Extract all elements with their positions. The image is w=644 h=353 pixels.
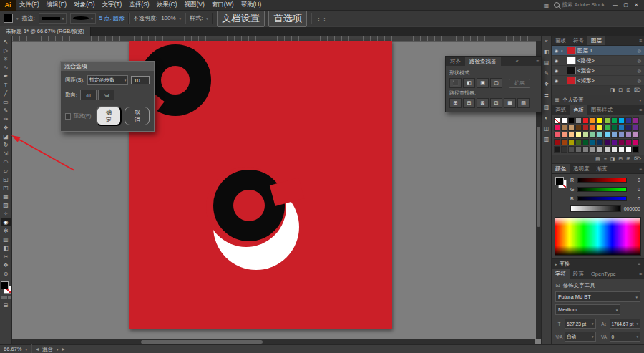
leading-field[interactable]: 1764.67 pt ▾ [610,319,641,329]
dialog-title[interactable]: 混合选项 [61,62,154,71]
color-swatch[interactable] [582,117,589,124]
color-panel-icon[interactable]: ◧ [544,49,550,55]
expand-button[interactable]: 扩展 [509,79,530,88]
layer-row[interactable]: ◉ <路径> ◎ [552,56,644,66]
color-swatch[interactable] [590,117,596,124]
color-swatch[interactable] [568,132,575,138]
panel-menu-icon[interactable]: ≡ [639,105,644,115]
pencil-tool[interactable]: ✑ [1,115,11,123]
color-swatch[interactable] [604,146,610,153]
minus-front-icon[interactable]: ◧ [463,78,475,88]
gradient-tool[interactable]: ▨ [1,200,11,209]
hand-tool[interactable]: ✥ [1,261,11,269]
type-tool[interactable]: T [1,80,11,89]
menu-item[interactable]: 窗口(W) [208,1,238,9]
layer-label[interactable]: 图层 1 [577,47,636,54]
color-swatch[interactable] [568,146,575,153]
panel-tab[interactable]: 颜色 [552,164,570,173]
artboard-tool[interactable]: ◧ [1,243,11,252]
hex-value[interactable]: 000000 [624,206,640,211]
color-swatch[interactable] [568,117,575,124]
visibility-eye-icon[interactable]: ◉ [553,48,560,53]
color-swatch[interactable] [618,146,625,153]
color-swatch[interactable] [582,139,589,145]
swatch-options-icon[interactable]: ◨ [610,156,615,162]
color-swatch[interactable] [618,117,625,124]
menu-item[interactable]: 编辑(E) [43,1,70,9]
mesh-tool[interactable]: ▦ [1,192,11,200]
align-icons[interactable]: ⋮⋮ [316,15,327,21]
new-sublayer-icon[interactable]: ⊟ [618,87,623,93]
grayscale-ramp[interactable] [570,205,621,212]
fill-dropdown-icon[interactable]: ▾ [16,16,19,21]
rotate-tool[interactable]: ↻ [1,140,11,149]
menu-item[interactable]: 视图(V) [181,1,208,9]
stroke-panel-icon[interactable]: 〓 [544,92,550,100]
panel-tab[interactable]: 渐变 [593,164,611,173]
color-swatch[interactable] [575,125,582,131]
close-button[interactable]: ✕ [631,2,642,8]
kerning-field[interactable]: 自动 ▾ [565,332,596,342]
lasso-tool[interactable]: ∿ [1,63,11,72]
stroke-weight-dropdown[interactable]: ▾ [39,13,67,24]
zoom-tool[interactable]: ⊕ [1,269,11,278]
color-swatch[interactable] [604,125,610,131]
cancel-button[interactable]: 取消 [125,107,150,125]
target-icon[interactable]: ◎ [638,58,643,63]
horizontal-scrollbar[interactable] [12,339,535,344]
column-graph-tool[interactable]: ▥ [1,235,11,243]
color-spectrum[interactable] [555,217,641,256]
screen-mode-button[interactable]: ⬓ [4,302,9,308]
opacity-dropdown-icon[interactable]: ▾ [180,16,182,21]
color-swatch[interactable] [582,146,589,153]
panel-menu-icon[interactable]: ≡ [534,59,541,64]
prev-arrow-icon[interactable]: ◂ [36,346,39,352]
width-tool[interactable]: ◠ [1,158,11,166]
panel-tab[interactable]: 色板 [570,105,587,115]
gradient-panel-icon[interactable]: ▨ [544,104,550,110]
color-swatch[interactable] [618,125,625,131]
layer-row[interactable]: ◉ ▾ 图层 1 ◎ [552,46,644,56]
panel-menu-icon[interactable]: ≡ [639,164,644,173]
color-swatch[interactable] [633,117,639,124]
magic-wand-tool[interactable]: ✳ [1,54,11,63]
color-swatch[interactable] [561,139,567,145]
unite-icon[interactable]: ⬛ [449,78,462,88]
color-swatch[interactable] [604,117,610,124]
symbols-panel-icon[interactable]: ❖ [544,81,549,87]
channel-slider[interactable] [577,178,627,183]
fill-swatch[interactable] [1,281,9,289]
align-to-path-button[interactable]: ∿ʅʃ [98,90,114,100]
color-swatch[interactable] [561,117,567,124]
color-swatch[interactable] [575,146,582,153]
brush-definition-dropdown[interactable]: ▾ [70,13,96,24]
intersect-icon[interactable]: ▣ [477,78,489,88]
color-swatch[interactable] [554,132,560,138]
outline-icon[interactable]: ▦ [504,98,516,108]
make-mask-icon[interactable]: ◨ [610,87,615,93]
document-setup-button[interactable]: 文档设置 [217,10,265,27]
shape-builder-tool[interactable]: ◱ [1,175,11,183]
draw-inside-icon[interactable] [8,296,11,299]
color-swatch[interactable] [618,132,625,138]
menu-item[interactable]: 文字(T) [98,1,125,9]
panel-tab[interactable]: 透明度 [570,164,593,173]
merge-icon[interactable]: ⊠ [477,98,489,108]
scale-tool[interactable]: ⇲ [1,149,11,158]
color-swatch[interactable] [597,125,603,131]
fill-color-swatch[interactable] [4,14,13,23]
blend-tool[interactable]: ◉ [1,218,11,226]
maximize-button[interactable]: ▢ [620,2,631,8]
pen-tool[interactable]: ✒ [1,72,11,80]
color-swatch[interactable] [625,132,632,138]
draw-behind-icon[interactable] [4,296,7,299]
perspective-grid-tool[interactable]: ◳ [1,183,11,192]
style-dropdown-icon[interactable]: ▾ [206,16,208,21]
color-swatch[interactable] [597,117,603,124]
delete-swatch-icon[interactable]: ⌦ [634,156,641,162]
target-icon[interactable]: ◎ [638,48,643,53]
graphic-styles-panel-icon[interactable]: ▥ [544,136,550,142]
menu-item[interactable]: 效果(C) [153,1,181,9]
eyedropper-tool[interactable]: ✧ [1,209,11,218]
collapse-panels-icon[interactable]: « [545,38,547,44]
